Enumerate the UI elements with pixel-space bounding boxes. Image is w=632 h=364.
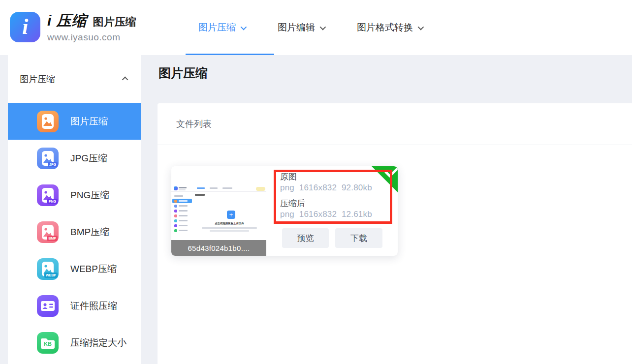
brand-subtitle: 图片压缩 xyxy=(93,15,136,30)
sidebar-item-compress-to-size[interactable]: KB 压缩指定大小 xyxy=(8,324,141,361)
jpg-badge: JPG xyxy=(48,162,58,167)
thumb-decor xyxy=(222,187,232,189)
thumb-decor xyxy=(256,187,265,191)
nav-label: 图片压缩 xyxy=(198,21,236,34)
sidebar-item-label: WEBP压缩 xyxy=(70,263,117,275)
sidebar-item-id-photo[interactable]: 证件照压缩 xyxy=(8,287,141,324)
thumb-decor xyxy=(179,189,186,190)
bmp-compress-icon: BMP xyxy=(37,221,59,243)
file-thumbnail[interactable]: + 点击或拖拽鼠标上传文件 65d43f024b1b0.... xyxy=(171,166,266,256)
page-title: 图片压缩 xyxy=(158,65,208,81)
chevron-down-icon xyxy=(418,24,424,30)
thumb-decor xyxy=(210,187,218,189)
site-logo-icon: i xyxy=(10,12,40,42)
top-nav: 图片压缩 图片编辑 图片格式转换 xyxy=(198,0,422,55)
sidebar-item-label: 图片压缩 xyxy=(70,115,108,128)
active-tab-underline xyxy=(186,54,274,55)
brand[interactable]: i i 压缩 图片压缩 www.iyasuo.com xyxy=(10,11,136,43)
sidebar-item-png[interactable]: PNG PNG压缩 xyxy=(8,177,141,213)
bmp-badge: BMP xyxy=(47,236,58,241)
png-compress-icon: PNG xyxy=(37,184,59,206)
thumb-decor xyxy=(197,187,205,189)
nav-item-image-compress[interactable]: 图片压缩 xyxy=(198,21,245,34)
sidebar-item-label: 压缩指定大小 xyxy=(70,336,126,349)
sidebar-item-bmp[interactable]: BMP BMP压缩 xyxy=(8,213,141,250)
sidebar: 图片压缩 图片压缩 JPG JPG压缩 xyxy=(8,55,141,364)
thumb-decor xyxy=(171,185,266,192)
thumb-decor xyxy=(210,230,249,232)
image-compress-icon xyxy=(37,111,59,132)
kb-size-compress-icon: KB xyxy=(37,332,59,354)
sidebar-item-label: BMP压缩 xyxy=(70,226,109,239)
panel-title: 文件列表 xyxy=(176,118,212,130)
kb-badge: KB xyxy=(37,332,59,354)
file-card: + 点击或拖拽鼠标上传文件 65d43f024b1b0.... 原图 png 1… xyxy=(171,166,398,256)
chevron-down-icon xyxy=(320,24,326,30)
panel-header: 文件列表 xyxy=(158,103,632,145)
chevron-down-icon xyxy=(241,24,247,30)
nav-item-image-edit[interactable]: 图片编辑 xyxy=(278,21,324,34)
file-name: 65d43f024b1b0.... xyxy=(171,240,266,256)
brand-title: i 压缩 xyxy=(47,11,87,31)
thumb-decor xyxy=(174,186,178,190)
thumb-decor xyxy=(202,227,257,229)
sidebar-list: 图片压缩 JPG JPG压缩 PNG P xyxy=(8,103,141,361)
preview-button[interactable]: 预览 xyxy=(282,228,329,248)
sidebar-item-image-compress[interactable]: 图片压缩 xyxy=(8,103,141,140)
sidebar-item-label: JPG压缩 xyxy=(70,152,107,165)
jpg-compress-icon: JPG xyxy=(37,148,59,169)
brand-url: www.iyasuo.com xyxy=(47,32,136,43)
thumb-caption: 点击或拖拽鼠标上传文件 xyxy=(196,221,263,225)
id-photo-compress-icon xyxy=(37,295,59,317)
brand-text: i 压缩 图片压缩 www.iyasuo.com xyxy=(47,11,136,43)
thumb-decor xyxy=(179,187,187,188)
sidebar-item-jpg[interactable]: JPG JPG压缩 xyxy=(8,140,141,177)
thumb-decor xyxy=(172,194,192,233)
thumb-decor xyxy=(195,194,205,196)
top-header: i i 压缩 图片压缩 www.iyasuo.com 图片压缩 图片编辑 图片格… xyxy=(0,0,632,55)
thumb-upload-plus-icon: + xyxy=(227,211,235,219)
annotation-box xyxy=(274,170,392,224)
webp-compress-icon: WEBP xyxy=(37,258,59,280)
sidebar-item-label: PNG压缩 xyxy=(70,189,109,202)
sidebar-item-webp[interactable]: WEBP WEBP压缩 xyxy=(8,250,141,287)
thumbnail-mini-screenshot: + 点击或拖拽鼠标上传文件 xyxy=(171,185,266,234)
nav-label: 图片格式转换 xyxy=(357,21,413,34)
nav-label: 图片编辑 xyxy=(278,21,315,34)
sidebar-group-image-compress[interactable]: 图片压缩 xyxy=(8,55,141,103)
sidebar-group-title: 图片压缩 xyxy=(20,73,55,85)
file-list-panel: 文件列表 xyxy=(158,103,632,364)
sidebar-item-label: 证件照压缩 xyxy=(70,300,117,312)
webp-badge: WEBP xyxy=(44,273,58,278)
download-button[interactable]: 下载 xyxy=(335,228,382,248)
chevron-up-icon xyxy=(122,77,128,83)
nav-item-format-convert[interactable]: 图片格式转换 xyxy=(357,21,422,34)
png-badge: PNG xyxy=(47,199,58,204)
